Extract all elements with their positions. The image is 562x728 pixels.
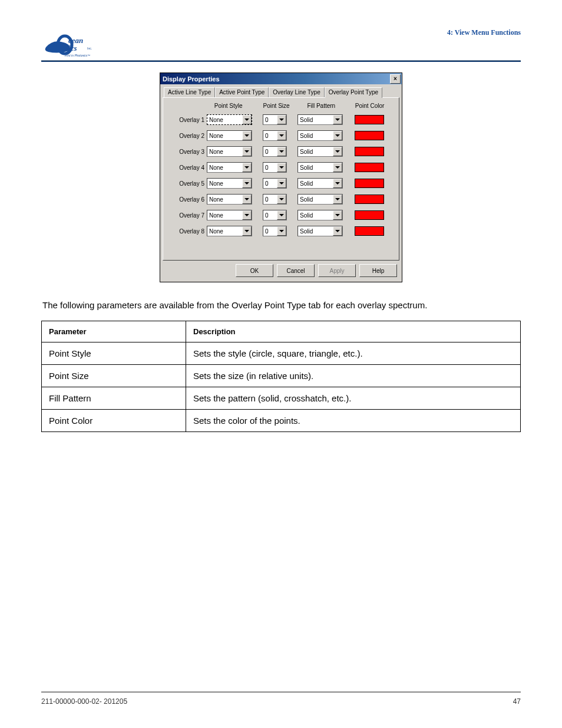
fill-pattern-combo[interactable]: Solid (297, 146, 343, 157)
chevron-down-icon[interactable] (333, 147, 342, 156)
param-cell: Point Size (42, 365, 186, 387)
overlay-row: Overlay 5None0Solid (169, 178, 393, 189)
chevron-down-icon[interactable] (242, 195, 252, 204)
point-style-combo[interactable]: None (207, 210, 252, 220)
point-color-swatch[interactable] (355, 131, 384, 140)
point-color-swatch[interactable] (355, 115, 384, 124)
parameter-table: Parameter Description Point StyleSets th… (41, 321, 521, 432)
fill-pattern-combo[interactable]: Solid (297, 226, 343, 236)
tab-active-line-type[interactable]: Active Line Type (164, 87, 215, 97)
overlay-label: Overlay 4 (169, 164, 207, 171)
fill-pattern-combo[interactable]: Solid (297, 162, 343, 173)
point-size-combo[interactable]: 0 (263, 130, 287, 141)
tab-active-point-type[interactable]: Active Point Type (215, 87, 269, 97)
chevron-down-icon[interactable] (242, 226, 252, 236)
ocean-optics-logo: cean ptics Inc. First in Photonics™ (41, 28, 106, 58)
point-color-swatch[interactable] (355, 210, 384, 220)
chevron-down-icon[interactable] (333, 179, 342, 188)
fill-pattern-combo[interactable]: Solid (297, 130, 343, 141)
desc-cell: Sets the color of the points. (186, 410, 521, 432)
point-style-combo[interactable]: None (207, 146, 252, 157)
desc-cell: Sets the pattern (solid, crosshatch, etc… (186, 387, 521, 410)
point-color-swatch[interactable] (355, 226, 384, 236)
display-properties-dialog: Display Properties × Active Line Type Ac… (160, 73, 402, 282)
point-size-combo[interactable]: 0 (263, 162, 287, 173)
chevron-down-icon[interactable] (333, 226, 342, 236)
point-size-combo[interactable]: 0 (263, 114, 287, 125)
point-color-swatch[interactable] (355, 195, 384, 204)
chevron-down-icon[interactable] (242, 115, 252, 124)
chevron-down-icon[interactable] (333, 210, 342, 220)
point-size-combo[interactable]: 0 (263, 178, 287, 189)
page-number: 47 (513, 697, 521, 706)
page-footer: 211-00000-000-02- 201205 47 (41, 691, 521, 706)
overlay-row: Overlay 7None0Solid (169, 210, 393, 220)
fill-pattern-combo[interactable]: Solid (297, 178, 343, 189)
point-style-combo[interactable]: None (207, 162, 252, 173)
fill-pattern-combo[interactable]: Solid (297, 210, 343, 220)
desc-cell: Sets the size (in relative units). (186, 365, 521, 387)
svg-text:First in Photonics™: First in Photonics™ (65, 54, 90, 57)
chevron-down-icon[interactable] (277, 226, 286, 236)
fill-pattern-combo[interactable]: Solid (297, 114, 343, 125)
tab-overlay-point-type[interactable]: Overlay Point Type (325, 87, 382, 98)
param-cell: Point Color (42, 410, 186, 432)
chevron-down-icon[interactable] (242, 131, 252, 140)
overlay-row: Overlay 1None0Solid (169, 114, 393, 125)
tab-overlay-line-type[interactable]: Overlay Line Type (269, 87, 324, 97)
desc-cell: Sets the style (circle, square, triangle… (186, 342, 521, 365)
close-icon[interactable]: × (390, 74, 401, 84)
point-color-swatch[interactable] (355, 179, 384, 188)
chevron-down-icon[interactable] (277, 131, 286, 140)
help-button[interactable]: Help (359, 264, 397, 277)
table-row: Point ColorSets the color of the points. (42, 410, 521, 432)
svg-text:Inc.: Inc. (87, 47, 92, 50)
point-style-combo[interactable]: None (207, 114, 252, 125)
chevron-down-icon[interactable] (242, 147, 252, 156)
chevron-down-icon[interactable] (333, 115, 342, 124)
overlay-row: Overlay 8None0Solid (169, 226, 393, 236)
dialog-title: Display Properties (163, 75, 220, 83)
col-point-style: Point Style (200, 103, 257, 109)
chevron-down-icon[interactable] (242, 179, 252, 188)
th-parameter: Parameter (42, 321, 186, 342)
dialog-titlebar: Display Properties × (160, 73, 402, 84)
doc-id: 211-00000-000-02- 201205 (41, 697, 127, 706)
point-size-combo[interactable]: 0 (263, 210, 287, 220)
overlay-label: Overlay 1 (169, 117, 207, 123)
point-style-combo[interactable]: None (207, 226, 252, 236)
point-color-swatch[interactable] (355, 147, 384, 156)
chevron-down-icon[interactable] (277, 147, 286, 156)
overlay-label: Overlay 2 (169, 133, 207, 139)
fill-pattern-combo[interactable]: Solid (297, 194, 343, 205)
point-size-combo[interactable]: 0 (263, 146, 287, 157)
dialog-buttons: OK Cancel Apply Help (160, 264, 402, 282)
header-divider (41, 60, 521, 62)
table-row: Point StyleSets the style (circle, squar… (42, 342, 521, 365)
apply-button[interactable]: Apply (318, 264, 356, 277)
point-size-combo[interactable]: 0 (263, 226, 287, 236)
chevron-down-icon[interactable] (277, 179, 286, 188)
point-style-combo[interactable]: None (207, 194, 252, 205)
point-style-combo[interactable]: None (207, 130, 252, 141)
chevron-down-icon[interactable] (333, 163, 342, 172)
col-point-size: Point Size (257, 103, 296, 109)
chevron-down-icon[interactable] (277, 210, 286, 220)
col-point-color: Point Color (346, 103, 393, 109)
chevron-down-icon[interactable] (242, 210, 252, 220)
ok-button[interactable]: OK (236, 264, 273, 277)
chevron-down-icon[interactable] (277, 195, 286, 204)
chevron-down-icon[interactable] (277, 115, 286, 124)
chevron-down-icon[interactable] (277, 163, 286, 172)
chevron-down-icon[interactable] (333, 131, 342, 140)
point-size-combo[interactable]: 0 (263, 194, 287, 205)
chevron-down-icon[interactable] (242, 163, 252, 172)
chapter-title: 4: View Menu Functions (447, 28, 521, 37)
cancel-button[interactable]: Cancel (277, 264, 315, 277)
column-headers: Point Style Point Size Fill Pattern Poin… (169, 103, 393, 109)
svg-text:ptics: ptics (62, 44, 77, 52)
overlay-label: Overlay 5 (169, 180, 207, 187)
point-color-swatch[interactable] (355, 163, 384, 172)
point-style-combo[interactable]: None (207, 178, 252, 189)
chevron-down-icon[interactable] (333, 195, 342, 204)
